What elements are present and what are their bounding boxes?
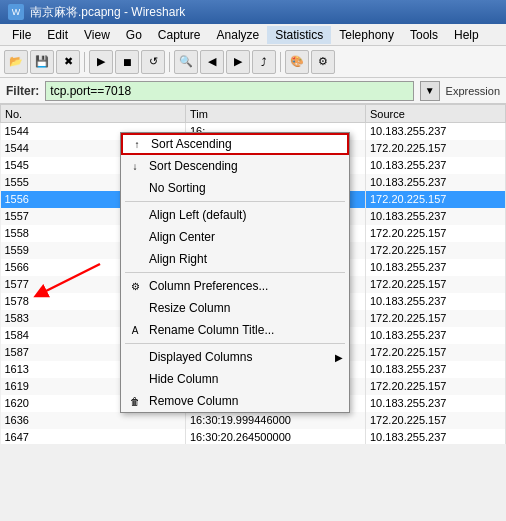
toolbar-close[interactable]: ✖ xyxy=(56,50,80,74)
toolbar-sep-1 xyxy=(84,52,85,72)
context-menu-icon: ↑ xyxy=(129,136,145,152)
menu-analyze[interactable]: Analyze xyxy=(209,26,268,44)
context-menu-label: Remove Column xyxy=(149,394,238,408)
context-menu-item-hide-column[interactable]: Hide Column xyxy=(121,368,349,390)
context-menu-item-displayed-columns[interactable]: Displayed Columns▶ xyxy=(121,346,349,368)
context-menu-separator xyxy=(125,272,345,273)
cell-source: 172.20.225.157 xyxy=(366,412,506,429)
context-menu-label: Rename Column Title... xyxy=(149,323,274,337)
toolbar-open[interactable]: 📂 xyxy=(4,50,28,74)
cell-source: 10.183.255.237 xyxy=(366,293,506,310)
menu-help[interactable]: Help xyxy=(446,26,487,44)
context-menu-label: Sort Ascending xyxy=(151,137,232,151)
context-menu-label: No Sorting xyxy=(149,181,206,195)
cell-source: 172.20.225.157 xyxy=(366,276,506,293)
toolbar-save[interactable]: 💾 xyxy=(30,50,54,74)
col-time[interactable]: Tim xyxy=(186,105,366,123)
context-menu-label: Align Left (default) xyxy=(149,208,246,222)
cell-source: 172.20.225.157 xyxy=(366,225,506,242)
context-menu-label: Resize Column xyxy=(149,301,230,315)
cell-source: 10.183.255.237 xyxy=(366,174,506,191)
menu-capture[interactable]: Capture xyxy=(150,26,209,44)
filter-expression-btn[interactable]: Expression xyxy=(446,85,500,97)
toolbar-jump[interactable]: ⤴ xyxy=(252,50,276,74)
toolbar-prev[interactable]: ◀ xyxy=(200,50,224,74)
cell-source: 172.20.225.157 xyxy=(366,378,506,395)
toolbar-prefs[interactable]: ⚙ xyxy=(311,50,335,74)
context-menu-icon: ⚙ xyxy=(127,278,143,294)
cell-source: 172.20.225.157 xyxy=(366,242,506,259)
table-row[interactable]: 1636 16:30:19.999446000 172.20.225.157 xyxy=(1,412,506,429)
menu-statistics[interactable]: Statistics xyxy=(267,26,331,44)
table-row[interactable]: 1647 16:30:20.264500000 10.183.255.237 xyxy=(1,429,506,445)
context-menu-label: Align Center xyxy=(149,230,215,244)
table-header-row: No. Tim Source xyxy=(1,105,506,123)
packet-list-container: No. Tim Source 1544 16: 10.183.255.237 1… xyxy=(0,104,506,444)
context-menu-label: Align Right xyxy=(149,252,207,266)
context-menu-icon: A xyxy=(127,322,143,338)
cell-no: 1647 xyxy=(1,429,186,445)
toolbar-start[interactable]: ▶ xyxy=(89,50,113,74)
submenu-arrow-icon: ▶ xyxy=(335,352,343,363)
context-menu-item-resize-column[interactable]: Resize Column xyxy=(121,297,349,319)
context-menu: ↑Sort Ascending↓Sort DescendingNo Sortin… xyxy=(120,132,350,413)
menu-go[interactable]: Go xyxy=(118,26,150,44)
cell-time: 16:30:20.264500000 xyxy=(186,429,366,445)
col-source[interactable]: Source xyxy=(366,105,506,123)
cell-source: 10.183.255.237 xyxy=(366,123,506,140)
context-menu-separator xyxy=(125,343,345,344)
window-title: 南京麻将.pcapng - Wireshark xyxy=(30,4,185,21)
menu-edit[interactable]: Edit xyxy=(39,26,76,44)
cell-source: 10.183.255.237 xyxy=(366,259,506,276)
cell-source: 10.183.255.237 xyxy=(366,429,506,445)
context-menu-item-align-center[interactable]: Align Center xyxy=(121,226,349,248)
filter-label: Filter: xyxy=(6,84,39,98)
context-menu-item-sort-descending[interactable]: ↓Sort Descending xyxy=(121,155,349,177)
context-menu-icon: ↓ xyxy=(127,158,143,174)
filter-dropdown-btn[interactable]: ▼ xyxy=(420,81,440,101)
menu-bar: File Edit View Go Capture Analyze Statis… xyxy=(0,24,506,46)
toolbar-restart[interactable]: ↺ xyxy=(141,50,165,74)
cell-source: 172.20.225.157 xyxy=(366,140,506,157)
menu-view[interactable]: View xyxy=(76,26,118,44)
toolbar-sep-3 xyxy=(280,52,281,72)
context-menu-icon: 🗑 xyxy=(127,393,143,409)
filter-input[interactable] xyxy=(45,81,413,101)
menu-file[interactable]: File xyxy=(4,26,39,44)
context-menu-item-align-left-default-[interactable]: Align Left (default) xyxy=(121,204,349,226)
context-menu-label: Displayed Columns xyxy=(149,350,252,364)
menu-telephony[interactable]: Telephony xyxy=(331,26,402,44)
cell-source: 172.20.225.157 xyxy=(366,344,506,361)
context-menu-label: Hide Column xyxy=(149,372,218,386)
app-icon: W xyxy=(8,4,24,20)
toolbar-search[interactable]: 🔍 xyxy=(174,50,198,74)
col-no[interactable]: No. xyxy=(1,105,186,123)
context-menu-label: Sort Descending xyxy=(149,159,238,173)
context-menu-item-no-sorting[interactable]: No Sorting xyxy=(121,177,349,199)
menu-tools[interactable]: Tools xyxy=(402,26,446,44)
toolbar-color[interactable]: 🎨 xyxy=(285,50,309,74)
cell-source: 10.183.255.237 xyxy=(366,327,506,344)
title-bar: W 南京麻将.pcapng - Wireshark xyxy=(0,0,506,24)
context-menu-item-sort-ascending[interactable]: ↑Sort Ascending xyxy=(121,133,349,155)
filter-bar: Filter: ▼ Expression xyxy=(0,78,506,104)
toolbar-stop[interactable]: ⏹ xyxy=(115,50,139,74)
cell-source: 172.20.225.157 xyxy=(366,310,506,327)
context-menu-item-column-preferences-[interactable]: ⚙Column Preferences... xyxy=(121,275,349,297)
cell-source: 10.183.255.237 xyxy=(366,361,506,378)
cell-no: 1636 xyxy=(1,412,186,429)
cell-source: 10.183.255.237 xyxy=(366,157,506,174)
cell-source: 172.20.225.157 xyxy=(366,191,506,208)
toolbar-next[interactable]: ▶ xyxy=(226,50,250,74)
context-menu-item-remove-column[interactable]: 🗑Remove Column xyxy=(121,390,349,412)
toolbar-sep-2 xyxy=(169,52,170,72)
cell-source: 10.183.255.237 xyxy=(366,208,506,225)
cell-time: 16:30:19.999446000 xyxy=(186,412,366,429)
cell-source: 10.183.255.237 xyxy=(366,395,506,412)
context-menu-separator xyxy=(125,201,345,202)
context-menu-label: Column Preferences... xyxy=(149,279,268,293)
context-menu-item-align-right[interactable]: Align Right xyxy=(121,248,349,270)
context-menu-item-rename-column-title-[interactable]: ARename Column Title... xyxy=(121,319,349,341)
toolbar: 📂 💾 ✖ ▶ ⏹ ↺ 🔍 ◀ ▶ ⤴ 🎨 ⚙ xyxy=(0,46,506,78)
